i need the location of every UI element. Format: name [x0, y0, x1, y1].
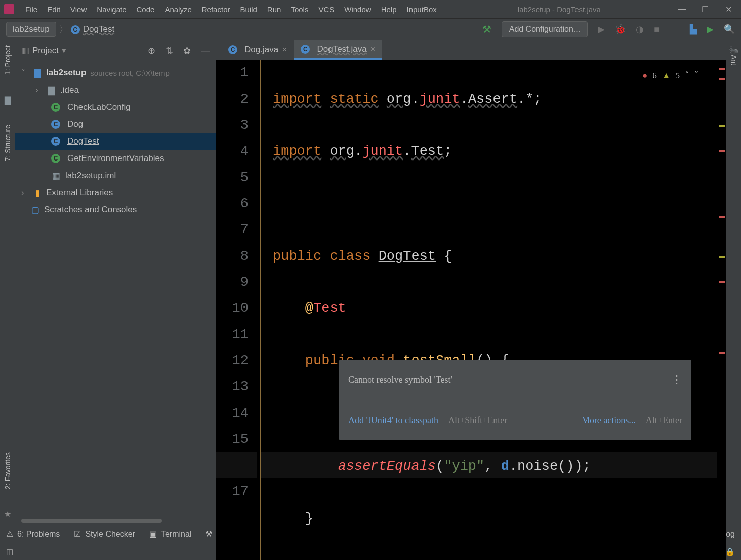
debug-icon[interactable]: 🐞	[615, 24, 626, 35]
menu-tools[interactable]: Tools	[287, 3, 312, 16]
editor-body[interactable]: 1234567891011121314151617 import static …	[216, 60, 726, 560]
search-icon[interactable]: 🔍	[724, 24, 735, 35]
code-area[interactable]: import static org.junit.Assert.*; import…	[261, 60, 717, 560]
tool-tab-ant[interactable]: Ant	[730, 55, 738, 65]
menu-navigate[interactable]: Navigate	[93, 3, 130, 16]
class-run-icon: C	[51, 103, 60, 112]
star-icon[interactable]: ★	[4, 509, 11, 519]
tab-dog[interactable]: C Dog.java ×	[221, 41, 294, 60]
run-anything-icon[interactable]: ▶	[707, 24, 714, 35]
class-icon: C	[228, 45, 237, 54]
folder-icon: ▇	[46, 85, 56, 95]
menu-window[interactable]: Window	[340, 3, 375, 16]
dropdown-icon[interactable]: ▾	[62, 45, 66, 56]
intention-popup[interactable]: Cannot resolve symbol 'Test' ⋮ Add 'JUni…	[339, 360, 691, 440]
chevron-down-icon[interactable]: ˅	[694, 63, 699, 89]
hint-title: Cannot resolve symbol 'Test'	[348, 367, 452, 393]
menu-help[interactable]: Help	[377, 3, 401, 16]
gutter-separator	[257, 60, 261, 560]
navbar: lab2setup 〉 CDogTest ⚒ Add Configuration…	[0, 18, 741, 40]
menu-inputbox[interactable]: InputBox	[403, 3, 441, 16]
toolwin-style[interactable]: ☑Style Checker	[74, 529, 135, 539]
line-gutter[interactable]: 1234567891011121314151617	[216, 60, 257, 560]
editor-tabs: C Dog.java × C DogTest.java ×	[216, 40, 726, 60]
menu-edit[interactable]: Edit	[43, 3, 64, 16]
project-structure-icon[interactable]: ▙	[690, 24, 697, 35]
ant-icon[interactable]: 🐜	[729, 45, 739, 55]
hint-action-add-junit[interactable]: Add 'JUnit4' to classpath	[348, 407, 438, 433]
window-title: lab2setup - DogTest.java	[441, 5, 678, 14]
chevron-right-icon[interactable]: ›	[21, 188, 28, 198]
class-run-icon: C	[51, 154, 60, 163]
hint-more-actions[interactable]: More actions...	[582, 407, 636, 433]
build-icon[interactable]: ⚒	[482, 23, 491, 35]
more-icon[interactable]: ⋮	[671, 367, 682, 393]
hammer-icon: ⚒	[205, 529, 212, 539]
iml-icon: ▦	[51, 171, 61, 181]
stop-icon[interactable]: ■	[654, 24, 660, 35]
menu-run[interactable]: Run	[263, 3, 285, 16]
titlebar: File Edit View Navigate Code Analyze Ref…	[0, 0, 741, 18]
menu-view[interactable]: View	[66, 3, 91, 16]
toolwin-terminal[interactable]: ▣Terminal	[149, 529, 191, 539]
menu-file[interactable]: File	[21, 3, 41, 16]
tree-item-checklabconfig[interactable]: C CheckLabConfig	[15, 99, 216, 116]
chevron-down-icon[interactable]: ˅	[21, 68, 28, 78]
menu-build[interactable]: Build	[236, 3, 261, 16]
menu-vcs[interactable]: VCS	[314, 3, 338, 16]
error-stripe[interactable]	[717, 60, 726, 560]
hide-icon[interactable]: —	[201, 45, 210, 56]
tree-item-dogtest[interactable]: C DogTest	[15, 133, 216, 150]
tree-item-iml[interactable]: ▦ lab2setup.iml	[15, 167, 216, 184]
chevron-right-icon[interactable]: ›	[35, 85, 42, 95]
coverage-icon[interactable]: ◑	[636, 24, 644, 35]
tree-item-getenv[interactable]: C GetEnvironmentVariables	[15, 150, 216, 167]
run-icon[interactable]: ▶	[598, 24, 605, 35]
project-panel-header: ▥Project ▾ ⊕ ⇅ ✿ —	[15, 40, 216, 61]
chevron-right-icon: 〉	[59, 24, 68, 35]
close-icon[interactable]: ×	[282, 45, 287, 54]
minimize-icon[interactable]: —	[678, 5, 687, 14]
expand-all-icon[interactable]: ⇅	[166, 45, 173, 56]
settings-icon[interactable]: ✿	[183, 45, 191, 56]
error-icon: ●	[642, 63, 647, 89]
tool-tab-favorites[interactable]: 2: Favorites	[4, 452, 12, 489]
tree-external-libs[interactable]: › ▮ External Libraries	[15, 184, 216, 201]
tool-tab-structure[interactable]: 7: Structure	[4, 125, 12, 161]
toolwin-problems[interactable]: ⚠6: Problems	[6, 529, 60, 539]
toolwindows-icon[interactable]: ◫	[6, 547, 13, 556]
tree-item-idea[interactable]: › ▇ .idea	[15, 82, 216, 99]
maximize-icon[interactable]: ☐	[701, 5, 710, 14]
close-icon[interactable]: ✕	[724, 5, 733, 14]
project-panel-title: Project	[32, 46, 59, 56]
folder-icon[interactable]: ▇	[5, 95, 11, 105]
tree-root[interactable]: ˅ ▇ lab2setup sources root, C:\X\temp	[15, 64, 216, 82]
lock-icon[interactable]: 🔒	[725, 547, 735, 556]
tree-scratches[interactable]: ▢ Scratches and Consoles	[15, 201, 216, 218]
close-icon[interactable]: ×	[371, 45, 375, 54]
class-icon: C	[51, 120, 60, 129]
menu-code[interactable]: Code	[133, 3, 159, 16]
hint-shortcut: Alt+Enter	[646, 407, 682, 433]
project-tree[interactable]: ˅ ▇ lab2setup sources root, C:\X\temp › …	[15, 61, 216, 519]
module-icon: ▇	[32, 68, 42, 78]
tree-item-dog[interactable]: C Dog	[15, 116, 216, 133]
menu-analyze[interactable]: Analyze	[160, 3, 195, 16]
class-icon: C	[51, 137, 60, 146]
tab-dogtest[interactable]: C DogTest.java ×	[294, 40, 382, 60]
hint-shortcut: Alt+Shift+Enter	[448, 407, 507, 433]
chevron-up-icon[interactable]: ˄	[685, 63, 689, 89]
breadcrumb-file[interactable]: CDogTest	[71, 24, 114, 34]
project-icon: ▥	[21, 45, 29, 56]
app-icon	[4, 4, 14, 14]
run-config-button[interactable]: Add Configuration...	[502, 21, 588, 37]
select-opened-icon[interactable]: ⊕	[148, 45, 155, 56]
tool-tab-project[interactable]: 1: Project	[4, 45, 12, 75]
editor: C Dog.java × C DogTest.java × 1234567891…	[216, 40, 726, 525]
inspection-widget[interactable]: ●6 ▲5 ˄ ˅	[642, 63, 699, 89]
project-panel: ▥Project ▾ ⊕ ⇅ ✿ — ˅ ▇ lab2setup sources…	[15, 40, 216, 525]
project-scrollbar[interactable]	[15, 519, 216, 525]
breadcrumb-project[interactable]: lab2setup	[6, 22, 56, 37]
scratches-icon: ▢	[30, 205, 40, 215]
menu-refactor[interactable]: Refactor	[198, 3, 234, 16]
